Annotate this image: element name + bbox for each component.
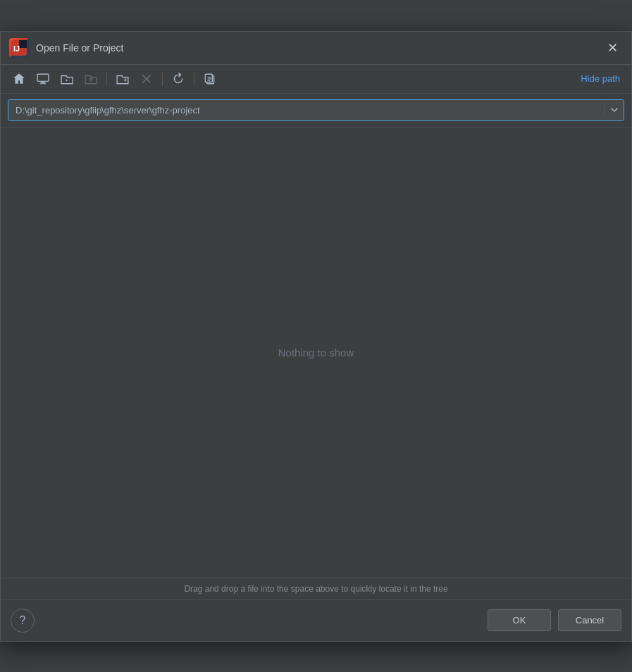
ok-button[interactable]: OK [488,609,551,631]
delete-icon [140,73,153,85]
svg-rect-3 [37,74,49,81]
new-folder-button[interactable]: + [111,69,134,89]
folder-up-icon [85,73,97,85]
copy-path-button[interactable] [199,69,221,89]
separator-2 [162,72,163,86]
help-button[interactable]: ? [11,609,35,633]
file-tree-area: Nothing to show [1,127,631,578]
dialog-title: Open File or Project [36,42,602,54]
monitor-icon [37,73,49,85]
close-button[interactable]: ✕ [602,37,623,58]
cancel-button[interactable]: Cancel [558,609,621,631]
svg-rect-1 [19,40,27,48]
path-area [1,94,631,127]
recent-folder-icon [61,73,73,85]
separator-3 [194,72,194,86]
status-bar: Drag and drop a file into the space abov… [1,578,631,600]
toolbar: + Hide path [1,65,631,94]
new-folder-icon: + [116,73,129,85]
logo-icon: IJ [11,40,27,56]
path-input[interactable] [8,100,604,120]
empty-state-message: Nothing to show [278,347,354,359]
path-dropdown-button[interactable] [604,103,624,118]
chevron-down-icon [611,108,618,113]
path-input-wrapper [8,99,624,121]
refresh-button[interactable] [167,69,190,89]
open-file-dialog: IJ Open File or Project ✕ [0,31,632,642]
svg-rect-5 [40,83,47,84]
app-logo: IJ [9,38,29,58]
separator-1 [106,72,107,86]
home-icon [13,73,25,85]
button-bar: ? OK Cancel [1,600,631,641]
svg-text:+: + [123,76,127,83]
hide-path-button[interactable]: Hide path [576,70,624,87]
folder-up-button[interactable] [80,69,102,89]
status-message: Drag and drop a file into the space abov… [184,584,447,594]
svg-rect-4 [41,82,46,83]
help-label: ? [20,614,26,627]
copy-icon [204,73,216,85]
my-computer-button[interactable] [32,69,54,89]
home-button[interactable] [8,69,30,89]
title-bar: IJ Open File or Project ✕ [1,32,631,65]
svg-text:IJ: IJ [13,44,20,53]
delete-button[interactable] [135,69,158,89]
recent-folders-button[interactable] [56,69,78,89]
refresh-icon [172,73,185,85]
